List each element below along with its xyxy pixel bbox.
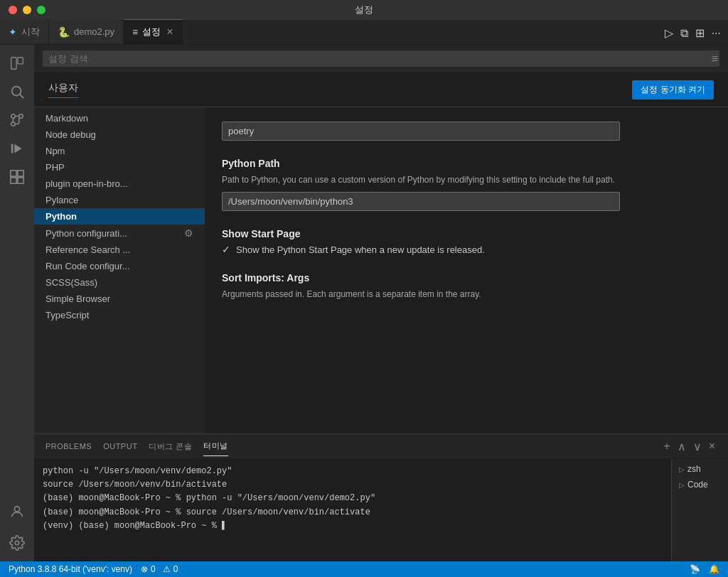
terminal-tab-debug-console[interactable]: 디버그 콘솔 [149,437,192,456]
maximize-button[interactable] [37,6,46,14]
status-python-version[interactable]: Python 3.8.8 64-bit ('venv': venv) [9,564,132,574]
error-count: 0 [151,564,156,574]
activity-gear[interactable] [4,530,30,556]
checkmark-icon: ✓ [222,244,230,255]
run-button[interactable]: ▷ [663,25,675,41]
terminal-up-button[interactable]: ∧ [676,438,687,455]
tab-demo2py-label: demo2.py [74,26,114,37]
sort-imports-desc: Arguments passed in. Each argument is a … [222,288,711,301]
code-icon: ▷ [679,481,685,489]
terminal-tab-terminal[interactable]: 터미널 [203,436,228,456]
terminal-shell-zsh[interactable]: ▷ zsh [675,462,725,476]
sidebar-item-reference-search[interactable]: Reference Search ... [34,242,205,258]
svg-line-3 [20,95,23,98]
python-path-input[interactable] [222,192,620,211]
bell-icon[interactable]: 🔔 [709,564,719,574]
terminal-down-button[interactable]: ∨ [692,438,703,455]
activity-bar [0,45,34,561]
svg-marker-7 [14,144,21,153]
content-area: ≡ 사용자 설정 동기화 켜기 Markdown Node debug [34,45,728,561]
sidebar-item-node-debug[interactable]: Node debug [34,126,205,143]
sidebar-item-pylance-label: Pylance [46,195,78,205]
window-title: 설정 [355,4,373,16]
sidebar-item-node-debug-label: Node debug [46,129,96,140]
activity-extensions[interactable] [4,164,30,190]
vscode-icon: ✦ [9,26,17,38]
terminal-tab-output[interactable]: OUTPUT [103,438,137,455]
poetry-input[interactable] [222,122,620,141]
sidebar-item-python-label: Python [46,211,77,222]
terminal-close-button[interactable]: × [707,438,717,454]
svg-rect-9 [11,171,16,176]
sort-imports-args: Args [287,272,309,284]
setting-group-sort-imports: Sort Imports: Args Arguments passed in. … [222,272,711,301]
sync-settings-button[interactable]: 설정 동기화 켜기 [632,80,714,99]
tab-start[interactable]: ✦ 시작 [0,19,49,44]
sidebar-item-npm-label: Npm [46,146,65,156]
settings-menu-icon[interactable]: ≡ [712,53,718,65]
sidebar-item-simple-browser[interactable]: Simple Browser [34,291,205,307]
sidebar-item-markdown[interactable]: Markdown [34,110,205,126]
terminal-add-button[interactable]: + [662,438,671,454]
terminal-sidebar-right: ▷ zsh ▷ Code [671,459,728,561]
svg-rect-10 [18,171,23,176]
terminal-line-4: (base) moon@MacBook-Pro ~ % source /User… [43,506,663,519]
svg-point-14 [15,541,19,545]
sidebar-item-python-config-label: Python configurati... [46,228,127,239]
terminal-output[interactable]: python -u "/Users/moon/venv/demo2.py" so… [34,459,671,561]
tab-demo2py[interactable]: 🐍 demo2.py [49,19,124,44]
sidebar-item-php-label: PHP [46,162,65,173]
terminal-line-5: (venv) (base) moon@MacBook-Pro ~ % ▌ [43,519,663,533]
sidebar-item-reference-search-label: Reference Search ... [46,244,130,255]
settings-area: ≡ 사용자 설정 동기화 켜기 Markdown Node debug [34,45,728,433]
close-button[interactable] [9,6,17,14]
sidebar-item-pylance[interactable]: Pylance [34,192,205,208]
activity-explorer[interactable] [4,50,30,76]
sidebar-item-scss[interactable]: SCSS(Sass) [34,274,205,291]
settings-user-row: 사용자 설정 동기화 켜기 [34,73,728,107]
svg-point-5 [19,114,23,119]
more-actions-button[interactable]: ··· [710,26,722,41]
zsh-label: zsh [687,464,701,474]
settings-search-input[interactable] [43,50,719,67]
svg-point-2 [12,87,21,96]
terminal-tabs: PROBLEMS OUTPUT 디버그 콘솔 터미널 + ∧ ∨ × [34,434,728,459]
split-editor-button[interactable]: ⧉ [679,26,690,41]
sidebar-item-typescript[interactable]: TypeScript [34,307,205,323]
tab-settings[interactable]: ≡ 설정 × [124,19,183,44]
settings-user-label: 사용자 [48,82,78,98]
sidebar-item-plugin[interactable]: plugin open-in-bro... [34,176,205,192]
svg-rect-12 [11,178,16,183]
sidebar-item-python-configuration[interactable]: Python configurati... ⚙ [34,225,205,242]
sidebar-item-python[interactable]: Python [34,208,205,225]
settings-sidebar: Markdown Node debug Npm PHP plugin open-… [34,107,205,433]
sidebar-item-run-code[interactable]: Run Code configur... [34,258,205,274]
code-label: Code [687,480,708,490]
layout-button[interactable]: ⊞ [694,25,706,41]
warning-count: 0 [173,564,178,574]
svg-rect-8 [11,144,14,153]
sidebar-item-run-code-label: Run Code configur... [46,261,130,271]
show-start-page-check-row: ✓ Show the Python Start Page when a new … [222,244,711,255]
terminal-line-1: python -u "/Users/moon/venv/demo2.py" [43,465,663,478]
activity-search[interactable] [4,79,30,104]
sidebar-item-php[interactable]: PHP [34,159,205,176]
sidebar-item-simple-browser-label: Simple Browser [46,293,110,304]
terminal-tab-problems[interactable]: PROBLEMS [46,438,92,455]
setting-group-python-path: Python Path Path to Python, you can use … [222,158,711,211]
tab-start-label: 시작 [21,26,40,38]
activity-debug[interactable] [4,136,30,161]
minimize-button[interactable] [23,6,31,14]
sidebar-item-npm[interactable]: Npm [34,143,205,159]
activity-source-control[interactable] [4,107,30,133]
tab-settings-close-icon[interactable]: × [166,26,173,38]
setting-group-poetry [222,122,711,141]
broadcast-icon[interactable]: 📡 [690,564,700,574]
settings-search-bar: ≡ [34,45,728,73]
svg-rect-11 [18,178,23,183]
terminal-shell-code[interactable]: ▷ Code [675,478,725,492]
sidebar-item-scss-label: SCSS(Sass) [46,277,97,288]
show-start-page-desc: Show the Python Start Page when a new up… [236,244,485,255]
main-layout: ≡ 사용자 설정 동기화 켜기 Markdown Node debug [0,45,728,561]
activity-account[interactable] [4,499,30,524]
